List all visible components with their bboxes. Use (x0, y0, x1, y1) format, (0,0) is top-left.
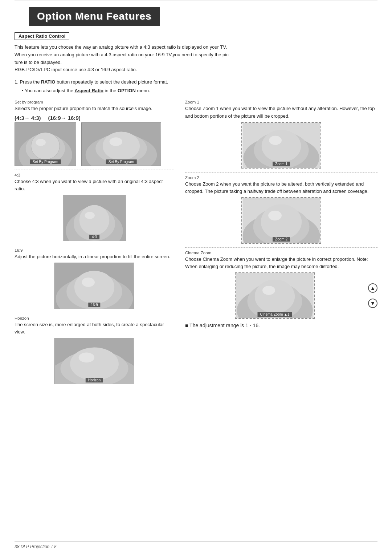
screen-label-4-3-sbp: Set By Program (30, 159, 61, 164)
page: Option Menu Features Aspect Ratio Contro… (0, 0, 392, 555)
divider-2 (15, 245, 174, 245)
desc-zoom2: Choose Zoom 2 when you want the picture … (185, 181, 377, 195)
screen-label-cinema-zoom: Cinema Zoom ▲1 (257, 312, 292, 317)
label-zoom2: Zoom 2 (185, 175, 377, 180)
screen-4-3-sbp: Set By Program (15, 122, 76, 166)
two-column-layout: Set by program Selects the proper pictur… (15, 100, 377, 388)
label-zoom1: Zoom 1 (185, 100, 377, 104)
section-tag: Aspect Ratio Control (15, 32, 69, 40)
set-by-program-images: Set By Program Set By Program (15, 122, 174, 166)
right-column: Zoom 1 Choose Zoom 1 when you want to vi… (185, 100, 377, 388)
img-cinema-zoom-wrapper: Cinema Zoom ▲1 ▲ ▼ (185, 272, 377, 319)
divider-r1 (185, 172, 377, 173)
img-horizon-wrapper: Horizon (15, 338, 174, 384)
set-by-program-label: Set by program (15, 100, 174, 104)
img-zoom1-wrapper: Zoom 1 (185, 122, 377, 169)
ratio-bold: RATIO (41, 79, 55, 85)
svg-point-15 (85, 212, 95, 219)
svg-point-19 (74, 271, 114, 304)
desc-cinema-zoom: Choose Cinema Zoom when you want to enla… (185, 256, 377, 270)
option-bold: OPTION (118, 88, 136, 93)
aspect-ratio-bold: Aspect Ratio (75, 88, 103, 93)
img-4-3-wrapper: 4:3 (15, 195, 174, 241)
arrow-16-9: (16:9→ 16:9) (48, 115, 81, 121)
screen-4-3: 4:3 (63, 195, 126, 241)
svg-point-35 (268, 211, 282, 220)
intro-line2: When you receive an analog picture with … (15, 52, 229, 57)
desc-4-3: Choose 4:3 when you want to view a pictu… (15, 178, 174, 193)
img-16-9-wrapper: 16:9 (15, 263, 174, 309)
left-column: Set by program Selects the proper pictur… (15, 100, 174, 388)
mode-4-3: 4:3 Choose 4:3 when you want to view a p… (15, 173, 174, 241)
screen-art-16-9 (55, 263, 134, 309)
svg-point-4 (36, 139, 46, 146)
svg-point-29 (262, 130, 301, 162)
screen-label-16-9-sbp: Set By Program (106, 159, 137, 164)
svg-point-34 (261, 204, 302, 239)
divider-r2 (185, 247, 377, 248)
screen-art-cinema-zoom (236, 273, 314, 318)
screen-label-horizon: Horizon (86, 378, 103, 382)
svg-point-20 (82, 278, 95, 287)
img-zoom2-wrapper: Zoom 2 (185, 197, 377, 244)
svg-point-3 (31, 132, 60, 159)
title-section: Option Menu Features (15, 0, 377, 26)
screen-horizon: Horizon (54, 338, 134, 384)
svg-point-14 (79, 205, 109, 235)
svg-point-39 (255, 280, 295, 313)
label-horizon: Horizon (15, 316, 174, 320)
screen-cinema-zoom: Cinema Zoom ▲1 (235, 272, 315, 319)
screen-label-4-3: 4:3 (89, 235, 99, 239)
adjustment-note: ■ The adjustment range is 1 - 16. (185, 323, 377, 328)
title-bar: Option Menu Features (29, 7, 160, 26)
zoom-up-icon[interactable]: ▲ (368, 283, 377, 293)
label-16-9: 16:9 (15, 248, 174, 252)
svg-point-10 (110, 137, 122, 146)
desc-zoom1: Choose Zoom 1 when you want to view the … (185, 105, 377, 119)
divider-1 (15, 170, 174, 170)
cinema-zoom-side-controls: ▲ ▼ (368, 283, 377, 308)
label-4-3: 4:3 (15, 173, 174, 177)
page-title: Option Menu Features (37, 11, 152, 22)
arrow-4-3: (4:3→ 4:3) (15, 115, 41, 121)
mode-set-by-program: Set by program Selects the proper pictur… (15, 100, 174, 166)
footer-rule (15, 542, 377, 542)
svg-point-40 (262, 286, 275, 295)
screen-art-zoom1 (242, 123, 320, 168)
intro-line3: ture is to be displayed. (15, 60, 62, 65)
steps: 1. Press the RATIO button repeatedly to … (15, 78, 377, 95)
svg-point-30 (269, 136, 282, 145)
screen-16-9: 16:9 (54, 263, 134, 309)
zoom-down-icon[interactable]: ▼ (368, 299, 377, 308)
set-by-program-desc: Selects the proper picture proportion to… (15, 105, 174, 112)
svg-point-25 (79, 353, 94, 363)
desc-horizon: The screen size is, more enlarged at bot… (15, 321, 174, 336)
mode-16-9: 16:9 Adjust the picture horizontally, in… (15, 248, 174, 309)
divider-3 (15, 313, 174, 313)
label-cinema-zoom: Cinema Zoom (185, 251, 377, 255)
footer-text: 38 DLP Projection TV (15, 544, 377, 549)
svg-point-9 (103, 131, 140, 160)
screen-label-16-9: 16:9 (88, 303, 100, 307)
mode-cinema-zoom: Cinema Zoom Choose Cinema Zoom when you … (185, 251, 377, 328)
svg-point-24 (70, 348, 119, 381)
intro-line4: RGB-PC/DVI-PC input source use 4:3 or 16… (15, 67, 137, 72)
desc-16-9: Adjust the picture horizontally, in a li… (15, 253, 174, 260)
mode-zoom1: Zoom 1 Choose Zoom 1 when you want to vi… (185, 100, 377, 168)
mode-zoom2: Zoom 2 Choose Zoom 2 when you want the p… (185, 175, 377, 244)
screen-label-zoom1: Zoom 1 (273, 162, 290, 166)
intro-para: This feature lets you choose the way an … (15, 44, 377, 74)
screen-art-4-3 (63, 195, 126, 241)
main-content: Aspect Ratio Control This feature lets y… (15, 32, 377, 462)
step1: 1. Press the RATIO button repeatedly to … (15, 78, 377, 86)
step1-sub: • You can also adjust the Aspect Ratio i… (15, 87, 377, 95)
screen-art-horizon (55, 338, 134, 384)
screen-zoom1: Zoom 1 (241, 122, 321, 169)
set-by-program-arrows: (4:3→ 4:3) (16:9→ 16:9) (15, 115, 174, 121)
screen-16-9-sbp: Set By Program (81, 122, 161, 166)
screen-art-zoom2 (242, 198, 320, 243)
screen-label-zoom2: Zoom 2 (273, 237, 290, 242)
mode-horizon: Horizon The screen size is, more enlarge… (15, 316, 174, 384)
intro-line1: This feature lets you choose the way an … (15, 44, 227, 50)
screen-zoom2: Zoom 2 (241, 197, 321, 244)
